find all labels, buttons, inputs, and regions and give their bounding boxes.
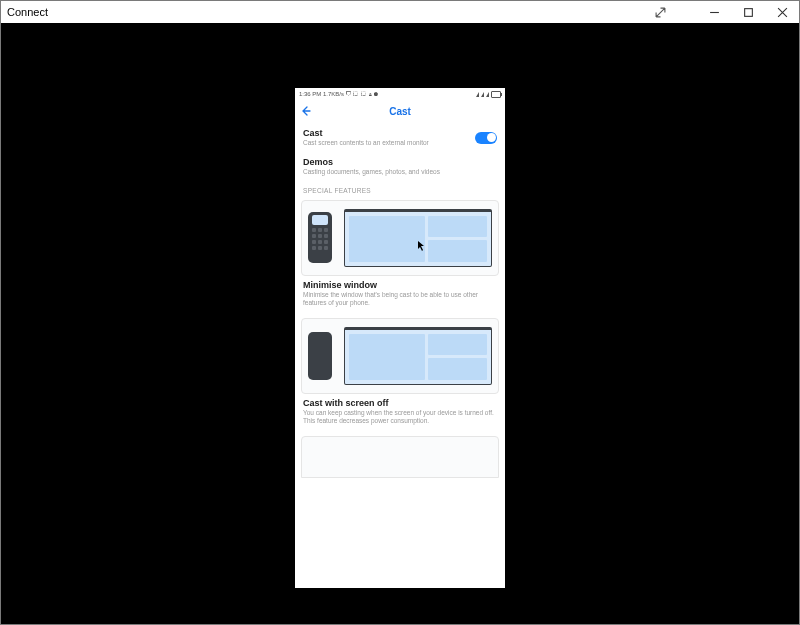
- minimize-button[interactable]: [697, 1, 731, 23]
- demos-sub: Casting documents, games, photos, and vi…: [303, 168, 497, 176]
- window-titlebar[interactable]: Connect: [1, 1, 799, 23]
- monitor-icon: [344, 327, 492, 385]
- client-area: 1:36 PM 1.7KB/s ⛉ ⬚ ⬚ ⏏ ⏺ Cast Cast: [1, 23, 799, 624]
- feature3-illustration-peek: [301, 436, 499, 478]
- cast-toggle[interactable]: [475, 132, 497, 144]
- phone-statusbar: 1:36 PM 1.7KB/s ⛉ ⬚ ⬚ ⏏ ⏺: [295, 88, 505, 100]
- feature2-sub: You can keep casting when the screen of …: [303, 409, 497, 426]
- close-button[interactable]: [765, 1, 799, 23]
- mini-phone-off-icon: [308, 332, 332, 380]
- battery-icon: [491, 91, 501, 98]
- cast-toggle-row[interactable]: Cast Cast screen contents to an external…: [303, 122, 497, 151]
- cast-sub: Cast screen contents to an external moni…: [303, 139, 475, 147]
- feature2-label: Cast with screen off: [303, 398, 497, 408]
- demos-row[interactable]: Demos Casting documents, games, photos, …: [303, 151, 497, 180]
- app-bar: Cast: [295, 100, 505, 122]
- feature1-row[interactable]: Minimise window Minimise the window that…: [303, 280, 497, 308]
- signal-icon: [476, 92, 479, 97]
- feature1-illustration: [301, 200, 499, 276]
- monitor-icon: [344, 209, 492, 267]
- window-title: Connect: [7, 6, 48, 18]
- status-left: 1:36 PM 1.7KB/s ⛉ ⬚ ⬚ ⏏ ⏺: [299, 91, 476, 97]
- back-button[interactable]: [295, 106, 317, 116]
- feature2-illustration: [301, 318, 499, 394]
- wifi-icon: [486, 92, 489, 97]
- page-title: Cast: [295, 106, 505, 117]
- svg-rect-1: [744, 8, 752, 16]
- feature1-label: Minimise window: [303, 280, 497, 290]
- arrow-left-icon: [301, 106, 311, 116]
- mini-phone-icon: [308, 212, 332, 263]
- cast-label: Cast: [303, 128, 475, 138]
- special-features-header: SPECIAL FEATURES: [295, 181, 505, 196]
- demos-label: Demos: [303, 157, 497, 167]
- restore-diagonal-icon[interactable]: [643, 1, 677, 23]
- feature2-row[interactable]: Cast with screen off You can keep castin…: [303, 398, 497, 426]
- status-right: [476, 91, 501, 98]
- signal-icon: [481, 92, 484, 97]
- feature1-sub: Minimise the window that's being cast to…: [303, 291, 497, 308]
- phone-screen: 1:36 PM 1.7KB/s ⛉ ⬚ ⬚ ⏏ ⏺ Cast Cast: [295, 88, 505, 588]
- app-window: Connect 1:36 PM 1.7KB/s ⛉ ⬚ ⬚ ⏏ ⏺: [0, 0, 800, 625]
- maximize-button[interactable]: [731, 1, 765, 23]
